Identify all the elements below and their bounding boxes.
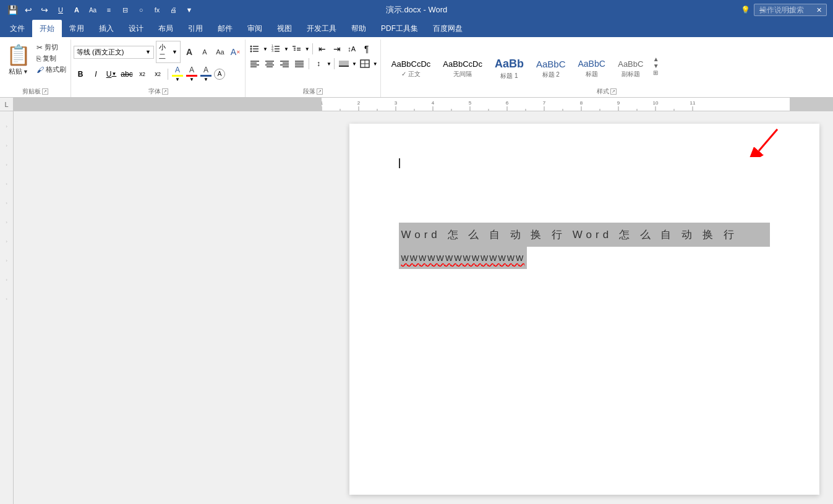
multilevel-button[interactable] [290, 42, 304, 56]
ruler-corner[interactable]: L [0, 98, 14, 111]
line-spacing-dropdown-icon[interactable]: ▼ [327, 61, 331, 67]
align-right-button[interactable] [278, 57, 291, 70]
underline-dropdown-icon[interactable]: ▼ [111, 71, 116, 77]
decrease-indent-button[interactable]: ⇤ [315, 42, 329, 56]
font-grow-button[interactable]: A [182, 45, 196, 59]
style-h3[interactable]: AaBbC 标题 [572, 56, 610, 82]
underline-button[interactable]: U ▼ [105, 67, 118, 81]
qa-aa-button[interactable]: Aa [85, 2, 100, 17]
font-family-dropdown-icon[interactable]: ▼ [145, 49, 151, 55]
tab-home[interactable]: 开始 [32, 20, 62, 37]
font-family-selector[interactable]: 等线 (西文正文) ▼ [74, 46, 154, 59]
qa-u-button[interactable]: U [53, 2, 68, 17]
cut-button[interactable]: ✂ 剪切 [35, 42, 68, 53]
tab-insert[interactable]: 插入 [92, 20, 121, 37]
svg-text:3.: 3. [271, 49, 274, 53]
style-no-space[interactable]: AaBbCcDc 无间隔 [437, 56, 488, 82]
qa-print-button[interactable]: 🖨 [166, 2, 181, 17]
bullets-button[interactable] [248, 42, 262, 56]
tab-references[interactable]: 引用 [181, 20, 210, 37]
align-left-button[interactable] [248, 57, 262, 70]
qa-formula-button[interactable]: fx [150, 2, 164, 17]
subscript-button[interactable]: x2 [135, 67, 149, 81]
numbering-button[interactable]: 1.2.3. [269, 42, 283, 56]
style-h1[interactable]: AaBb 标题 1 [489, 54, 529, 83]
change-case-button[interactable]: Aa [213, 45, 227, 59]
shading-button[interactable] [337, 57, 351, 70]
clipboard-small-buttons: ✂ 剪切 ⎘ 复制 🖌 格式刷 [35, 41, 68, 75]
styles-expand-icon[interactable]: ⊞ [653, 69, 659, 76]
font-extra-dropdown-icon[interactable]: ▼ [203, 77, 208, 82]
numbering-dropdown-icon[interactable]: ▼ [284, 46, 289, 52]
italic-button[interactable]: I [89, 67, 103, 81]
qa-a-button[interactable]: A [69, 2, 84, 17]
align-center-button[interactable] [263, 57, 276, 70]
highlight-dropdown-icon[interactable]: ▼ [175, 77, 180, 82]
tab-baidu[interactable]: 百度网盘 [425, 20, 470, 37]
tab-help[interactable]: 帮助 [344, 20, 374, 37]
tab-mailings[interactable]: 邮件 [210, 20, 240, 37]
styles-scroll-buttons[interactable]: ▲ ▼ ⊞ [652, 41, 660, 87]
document-content[interactable]: Word 怎 么 自 动 换 行 Word 怎 么 自 动 换 行 wwwwww… [399, 223, 770, 269]
search-wrap[interactable] [754, 4, 827, 16]
paste-button[interactable]: 📋 粘贴 ▼ [2, 41, 35, 79]
ruler-tab-marker[interactable]: L [0, 98, 13, 111]
doc-line2[interactable]: wwwwwwwwwwwwww [399, 247, 528, 269]
undo-button[interactable]: ↩ [21, 2, 36, 17]
document-page[interactable]: Word 怎 么 自 动 换 行 Word 怎 么 自 动 换 行 wwwwww… [349, 124, 819, 495]
qa-more-button[interactable]: ▼ [182, 2, 197, 17]
styles-scroll-down-icon[interactable]: ▼ [653, 62, 659, 69]
font-effects-button[interactable]: A [214, 69, 225, 80]
bullets-dropdown-icon[interactable]: ▼ [263, 46, 268, 52]
qa-shape-button[interactable]: ○ [134, 2, 148, 17]
save-button[interactable]: 💾 [5, 2, 20, 17]
strikethrough-button[interactable]: abc [120, 67, 134, 81]
bold-button[interactable]: B [74, 67, 87, 81]
shading-dropdown-icon[interactable]: ▼ [352, 61, 357, 67]
borders-dropdown-icon[interactable]: ▼ [373, 61, 378, 67]
increase-indent-button[interactable]: ⇥ [330, 42, 344, 56]
tab-design[interactable]: 设计 [121, 20, 151, 37]
window-title: 演示.docx - Word [386, 4, 447, 15]
clear-format-button[interactable]: A✕ [229, 45, 242, 59]
format-paint-button[interactable]: 🖌 格式刷 [35, 64, 68, 75]
styles-scroll-up-icon[interactable]: ▲ [653, 56, 659, 62]
superscript-button[interactable]: x2 [151, 67, 164, 81]
tab-view[interactable]: 视图 [270, 20, 299, 37]
justify-button[interactable] [293, 57, 306, 70]
doc-line1[interactable]: Word 怎 么 自 动 换 行 Word 怎 么 自 动 换 行 [399, 223, 770, 247]
sort-button[interactable]: ↕A [345, 42, 359, 56]
tab-common[interactable]: 常用 [62, 20, 92, 37]
font-color-dropdown-icon[interactable]: ▼ [189, 77, 194, 82]
svg-text:7: 7 [543, 100, 546, 106]
font-color-button[interactable]: A ▼ [186, 65, 198, 83]
style-normal-label: ✓ 正文 [401, 70, 421, 79]
search-input[interactable] [759, 6, 821, 14]
styles-expand-button[interactable]: ↗ [610, 88, 617, 95]
paragraph-expand-button[interactable]: ↗ [317, 88, 323, 95]
tab-developer[interactable]: 开发工具 [299, 20, 344, 37]
redo-button[interactable]: ↪ [37, 2, 52, 17]
qa-list-button[interactable]: ≡ [101, 2, 116, 17]
qa-para-button[interactable]: ⊟ [117, 2, 132, 17]
line-spacing-button[interactable]: ↕ [312, 57, 325, 70]
clipboard-expand-button[interactable]: ↗ [42, 88, 48, 95]
style-subtitle[interactable]: AaBbC 副标题 [612, 56, 649, 82]
paste-dropdown-icon[interactable]: ▼ [23, 69, 28, 75]
font-expand-button[interactable]: ↗ [162, 88, 168, 95]
font-size-selector[interactable]: 小二 ▼ [156, 41, 181, 63]
copy-button[interactable]: ⎘ 复制 [35, 53, 68, 64]
tab-pdf[interactable]: PDF工具集 [374, 20, 425, 37]
multilevel-dropdown-icon[interactable]: ▼ [305, 46, 310, 52]
show-marks-button[interactable]: ¶ [360, 42, 374, 56]
tab-review[interactable]: 审阅 [240, 20, 270, 37]
style-normal[interactable]: AaBbCcDc ✓ 正文 [386, 56, 437, 82]
tab-file[interactable]: 文件 [2, 20, 32, 37]
font-size-dropdown-icon[interactable]: ▼ [172, 49, 177, 55]
tab-layout[interactable]: 布局 [151, 20, 181, 37]
font-extra-button[interactable]: A ▼ [200, 65, 212, 83]
font-shrink-button[interactable]: A [198, 45, 211, 59]
text-highlight-button[interactable]: A ▼ [171, 65, 184, 83]
borders-button[interactable] [358, 57, 372, 70]
style-h2[interactable]: AaBbC 标题 2 [531, 56, 571, 82]
